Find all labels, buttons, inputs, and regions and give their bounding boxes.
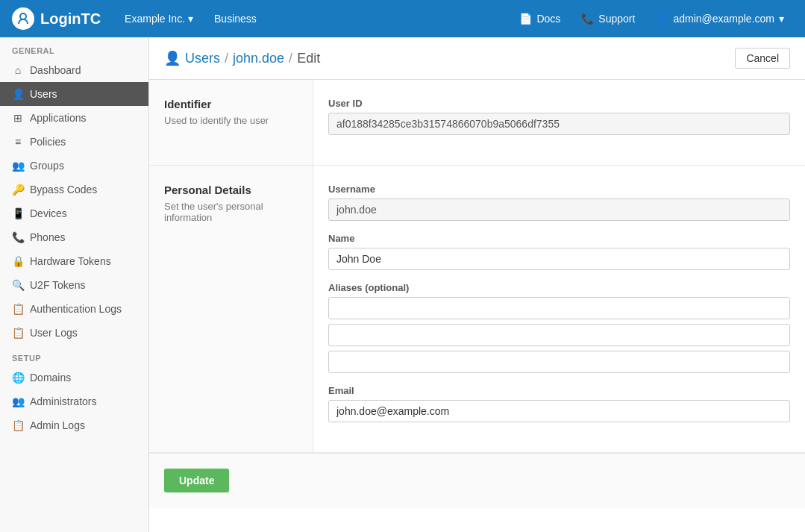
lock-icon: 🔒: [12, 255, 24, 267]
sidebar: GENERAL ⌂ Dashboard 👤 Users ⊞ Applicatio…: [0, 37, 149, 532]
list-icon: ≡: [12, 136, 24, 148]
alias1-field[interactable]: [328, 297, 790, 319]
sidebar-item-applications[interactable]: ⊞ Applications: [0, 106, 148, 130]
identifier-section: Identifier Used to identify the user Use…: [149, 80, 805, 166]
sidebar-setup-label: SETUP: [0, 345, 148, 366]
personal-details-section-left: Personal Details Set the user's personal…: [149, 166, 313, 452]
email-field[interactable]: [328, 400, 790, 422]
email-label: Email: [328, 385, 790, 396]
sidebar-label-hardware-tokens: Hardware Tokens: [30, 255, 111, 267]
identifier-section-title: Identifier: [164, 98, 298, 110]
admin-log-icon: 📋: [12, 419, 24, 431]
sidebar-general-label: GENERAL: [0, 37, 148, 58]
sidebar-item-authentication-logs[interactable]: 📋 Authentication Logs: [0, 297, 148, 321]
alias3-field[interactable]: [328, 351, 790, 373]
user-icon: 👤: [656, 13, 668, 25]
user-menu[interactable]: 👤 admin@example.com ▾: [647, 8, 793, 29]
username-label: Username: [328, 184, 790, 195]
username-group: Username: [328, 184, 790, 221]
sidebar-item-administrators[interactable]: 👥 Administrators: [0, 389, 148, 413]
identifier-section-right: User ID: [313, 80, 805, 165]
personal-details-section: Personal Details Set the user's personal…: [149, 166, 805, 453]
breadcrumb-sep1: /: [225, 51, 228, 66]
sidebar-item-devices[interactable]: 📱 Devices: [0, 201, 148, 225]
org-name: Example Inc.: [125, 13, 185, 25]
phone-icon: 📞: [12, 231, 24, 243]
chevron-down-icon: ▾: [188, 13, 193, 25]
identifier-section-left: Identifier Used to identify the user: [149, 80, 313, 165]
user-chevron-icon: ▾: [779, 13, 784, 25]
personal-details-section-right: Username Name Aliases (optional) Email: [313, 166, 805, 452]
sidebar-label-devices: Devices: [30, 207, 67, 219]
auth-log-icon: 📋: [12, 303, 24, 315]
sidebar-item-hardware-tokens[interactable]: 🔒 Hardware Tokens: [0, 249, 148, 273]
sidebar-item-admin-logs[interactable]: 📋 Admin Logs: [0, 413, 148, 437]
sidebar-item-groups[interactable]: 👥 Groups: [0, 154, 148, 178]
topnav: LoginTC Example Inc. ▾ Business 📄 Docs 📞…: [0, 0, 805, 37]
sidebar-item-bypass-codes[interactable]: 🔑 Bypass Codes: [0, 178, 148, 201]
globe-icon: 🌐: [12, 372, 24, 384]
sidebar-label-policies: Policies: [30, 136, 66, 148]
aliases-label: Aliases (optional): [328, 282, 790, 293]
username-field: [328, 198, 790, 221]
brand-icon: [12, 7, 34, 30]
person-icon: 👤: [12, 88, 24, 100]
breadcrumb-action: Edit: [297, 51, 320, 66]
docs-icon: 📄: [519, 13, 532, 25]
topnav-org-menu: Example Inc. ▾ Business: [116, 8, 266, 29]
device-icon: 📱: [12, 207, 24, 219]
org-selector[interactable]: Example Inc. ▾: [116, 8, 202, 29]
main-content: 👤 Users / john.doe / Edit Cancel Identif…: [149, 37, 805, 532]
sidebar-item-dashboard[interactable]: ⌂ Dashboard: [0, 58, 148, 82]
update-button[interactable]: Update: [164, 469, 229, 492]
grid-icon: ⊞: [12, 112, 24, 124]
sidebar-item-users[interactable]: 👤 Users: [0, 82, 148, 106]
sidebar-label-phones: Phones: [30, 231, 65, 243]
sidebar-label-administrators: Administrators: [30, 395, 96, 407]
sidebar-label-applications: Applications: [30, 112, 87, 124]
name-label: Name: [328, 233, 790, 244]
alias2-field[interactable]: [328, 324, 790, 346]
personal-details-desc: Set the user's personal information: [164, 201, 298, 223]
u2f-icon: 🔍: [12, 279, 24, 291]
personal-details-title: Personal Details: [164, 184, 298, 196]
name-field[interactable]: [328, 248, 790, 270]
topnav-right: 📄 Docs 📞 Support 👤 admin@example.com ▾: [510, 8, 793, 29]
sidebar-item-user-logs[interactable]: 📋 User Logs: [0, 321, 148, 345]
product-label[interactable]: Business: [205, 8, 266, 29]
sidebar-label-users: Users: [30, 88, 57, 100]
sidebar-label-u2f-tokens: U2F Tokens: [30, 279, 85, 291]
people-icon: 👥: [12, 160, 24, 172]
header-user-icon: 👤: [164, 50, 181, 66]
page-header: 👤 Users / john.doe / Edit Cancel: [149, 37, 805, 80]
user-id-label: User ID: [328, 98, 790, 109]
user-id-field: [328, 113, 790, 135]
support-link[interactable]: 📞 Support: [572, 8, 644, 29]
sidebar-label-groups: Groups: [30, 160, 64, 172]
sidebar-item-policies[interactable]: ≡ Policies: [0, 130, 148, 154]
sidebar-label-admin-logs: Admin Logs: [30, 419, 85, 431]
sidebar-label-user-logs: User Logs: [30, 327, 78, 339]
sidebar-label-bypass-codes: Bypass Codes: [30, 184, 97, 195]
breadcrumb: 👤 Users / john.doe / Edit: [164, 50, 320, 66]
sidebar-item-phones[interactable]: 📞 Phones: [0, 225, 148, 249]
aliases-group: Aliases (optional): [328, 282, 790, 373]
cancel-button[interactable]: Cancel: [735, 48, 790, 69]
user-log-icon: 📋: [12, 327, 24, 339]
sidebar-item-domains[interactable]: 🌐 Domains: [0, 366, 148, 389]
brand-name: LoginTC: [40, 10, 101, 28]
sidebar-label-dashboard: Dashboard: [30, 64, 81, 76]
breadcrumb-user-link[interactable]: john.doe: [233, 51, 284, 66]
breadcrumb-users-link[interactable]: Users: [185, 51, 220, 66]
action-bar: Update: [149, 453, 805, 507]
docs-link[interactable]: 📄 Docs: [510, 8, 569, 29]
breadcrumb-sep2: /: [289, 51, 292, 66]
sidebar-item-u2f-tokens[interactable]: 🔍 U2F Tokens: [0, 273, 148, 297]
sidebar-label-authentication-logs: Authentication Logs: [30, 303, 122, 315]
email-group: Email: [328, 385, 790, 422]
brand-logo[interactable]: LoginTC: [12, 7, 101, 30]
user-id-group: User ID: [328, 98, 790, 135]
identifier-section-desc: Used to identify the user: [164, 115, 298, 126]
svg-point-0: [20, 13, 26, 19]
key-icon: 🔑: [12, 184, 24, 195]
